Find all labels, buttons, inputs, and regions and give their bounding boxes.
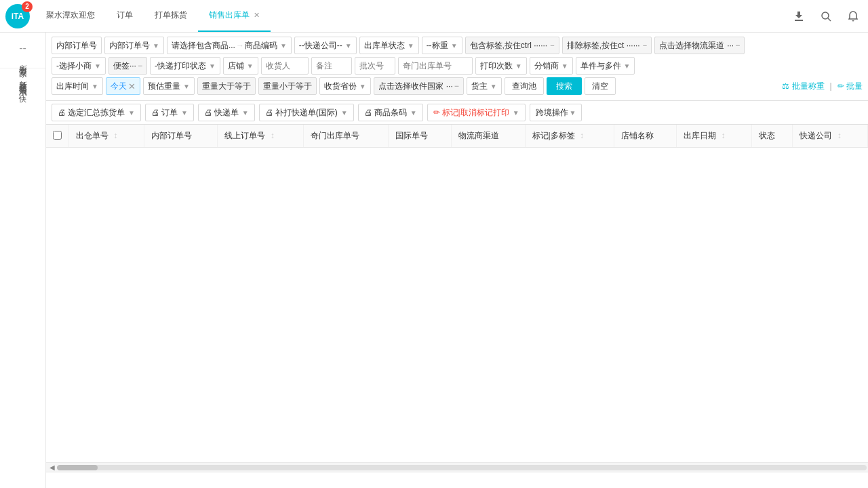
top-bar: iTA 2 聚水潭欢迎您 订单 打单拣货 销售出库单 ✕ [0,0,868,33]
order-no-label-select[interactable]: 内部订单号 [52,37,102,54]
label-tag[interactable]: 便签 ··· − [108,57,147,75]
tab-order[interactable]: 订单 [106,0,144,32]
goods-owner-select[interactable]: 货主 ▼ [467,77,502,95]
tab-pick[interactable]: 打单拣货 [144,0,198,32]
product-code-select[interactable]: 请选择包含商品... → 商品编码 ▼ [167,37,292,54]
tab-welcome[interactable]: 聚水潭欢迎您 [35,0,106,32]
weight-select[interactable]: --称重 ▼ [422,37,462,54]
arrow-down-icon2: ▼ [181,109,188,117]
cross-op-btn[interactable]: 跨境操作 ▼ [530,104,583,121]
arrow-icon13: ▼ [183,83,190,90]
receive-country-filter[interactable]: 点击选择收件国家 ··· − [374,77,464,95]
table-container: 出仓单号 ↕ 内部订单号 线上订单号 ↕ 奇门出库单号 [46,125,868,462]
scrollbar-track[interactable] [57,465,867,470]
col-out-no[interactable]: 出仓单号 ↕ [69,125,144,148]
weight-gte-tag[interactable]: 重量大于等于 [197,77,256,95]
col-online-no[interactable]: 线上订单号 ↕ [218,125,304,148]
download-icon[interactable] [789,7,808,26]
batch-reweight-btn[interactable]: ⚖ 批量称重 [782,81,824,92]
search-button[interactable]: 搜索 [547,77,582,95]
col-qimen-no: 奇门出库单号 [304,125,389,148]
arrow-down-icon: ▼ [128,109,135,117]
express-btn[interactable]: 🖨 快递单 ▼ [198,104,255,121]
small-merchant-select[interactable]: -选择小商 ▼ [52,57,106,75]
order-btn[interactable]: 🖨 订单 ▼ [145,104,194,121]
bottom-bar [46,472,868,488]
select-all-checkbox[interactable] [53,131,62,140]
table-header-row: 出仓单号 ↕ 内部订单号 线上订单号 ↕ 奇门出库单号 [46,125,868,148]
minus-icon3[interactable]: − [735,41,740,50]
today-clear-icon[interactable]: ✕ [128,81,136,92]
scrollbar-thumb[interactable] [57,465,98,470]
arrow-icon8: ▼ [247,62,254,70]
out-time-select[interactable]: 出库时间 ▼ [52,77,103,95]
arrow-icon9: ▼ [515,62,522,70]
app-logo: iTA 2 [5,4,30,28]
printer-icon4: 🖨 [265,108,273,117]
arrow-icon4: ▼ [408,42,414,49]
bell-icon[interactable] [844,7,863,26]
col-status: 状态 [751,125,792,148]
minus-icon4[interactable]: − [138,61,142,70]
sidebar-dots: -- [19,42,26,54]
qimen-no-input[interactable] [398,57,473,75]
minus-icon2[interactable]: − [643,41,647,49]
dots-icon2: ··· [633,41,640,50]
filter-area: 内部订单号 内部订单号 ▼ 请选择包含商品... → 商品编码 ▼ --快递公司… [46,33,868,101]
arrow-icon15: ▼ [490,83,497,90]
col-tags[interactable]: 标记|多标签 ↕ [525,125,614,148]
svg-point-1 [822,12,829,19]
batch-btn[interactable]: ✏ 批量 [837,81,863,92]
exclude-tags-filter[interactable]: 排除标签,按住ct ··· ··· − [562,37,652,54]
store-select[interactable]: 店铺 ▼ [223,57,258,75]
tab-close-icon[interactable]: ✕ [254,11,260,20]
col-internal-no[interactable]: 内部订单号 [144,125,218,148]
tab-sales-out[interactable]: 销售出库单 ✕ [198,0,271,32]
order-no-type-select[interactable]: 内部订单号 ▼ [104,37,164,54]
col-out-date[interactable]: 出库日期 ↕ [677,125,752,148]
col-express-co[interactable]: 快递公司 ↕ [793,125,868,148]
product-barcode-btn[interactable]: 🖨 商品条码 ▼ [358,104,423,121]
note-input[interactable] [311,57,352,75]
print-state-select[interactable]: -快递打印状态 ▼ [150,57,220,75]
search-icon[interactable] [816,7,835,26]
search-pool-btn[interactable]: 查询池 [505,77,544,95]
receive-province-select[interactable]: 收货省份 ▼ [319,77,371,95]
sort-icon2: ↕ [271,131,275,140]
clear-button[interactable]: 清空 [585,77,616,95]
arrow-down-icon3: ▼ [242,109,249,117]
logistics-dots: ··· [727,41,734,50]
express-company-select[interactable]: --快递公司-- ▼ [294,37,357,54]
arrow-down-icon6: ▼ [513,109,519,117]
include-tags-filter[interactable]: 包含标签,按住ctrl ··· ··· − [465,37,559,54]
logistics-select[interactable]: 点击选择物流渠道 ··· − [654,37,745,54]
single-multi-select[interactable]: 单件与多件 ▼ [576,57,635,75]
intl-express-btn[interactable]: 🖨 补打快递单(国际) ▼ [259,104,354,121]
mark-print-btn[interactable]: ✏ 标记|取消标记打印 ▼ [427,104,526,121]
select-bill-btn[interactable]: 🖨 选定汇总拣货单 ▼ [52,104,141,121]
warehouse-status-select[interactable]: 出库单状态 ▼ [359,37,419,54]
preset-weight-select[interactable]: 预估重量 ▼ [143,77,195,95]
distributor-select[interactable]: 分销商 ▼ [530,57,573,75]
country-dots-icon: ··· [446,81,453,91]
sidebar-fast-label: 快 [19,94,26,104]
scroll-left-arrow[interactable]: ◀ [47,463,57,472]
today-tag[interactable]: 今天 ✕ [106,77,140,95]
col-checkbox[interactable] [46,125,69,148]
batch-no-input[interactable] [355,57,395,75]
arrow-icon3: ▼ [345,42,352,49]
sidebar-new-shop[interactable]: 新胜途售前演示 [0,68,45,89]
printer-icon2: 🖨 [151,108,159,117]
minus-icon5[interactable]: − [454,81,459,91]
receiver-input[interactable] [261,57,309,75]
print-count-select[interactable]: 打印次数 ▼ [475,57,527,75]
horizontal-scrollbar[interactable]: ◀ [46,462,868,472]
weight-lte-tag[interactable]: 重量小于等于 [258,77,317,95]
arrow-down-icon5: ▼ [410,109,417,117]
minus-icon[interactable]: − [550,41,554,49]
content-area: 内部订单号 内部订单号 ▼ 请选择包含商品... → 商品编码 ▼ --快递公司… [46,33,868,488]
arrow-down-icon7: ▼ [570,109,576,117]
sort-icon4: ↕ [722,131,726,140]
filter-row-1: 内部订单号 内部订单号 ▼ 请选择包含商品... → 商品编码 ▼ --快递公司… [52,37,863,54]
col-store: 店铺名称 [614,125,677,148]
